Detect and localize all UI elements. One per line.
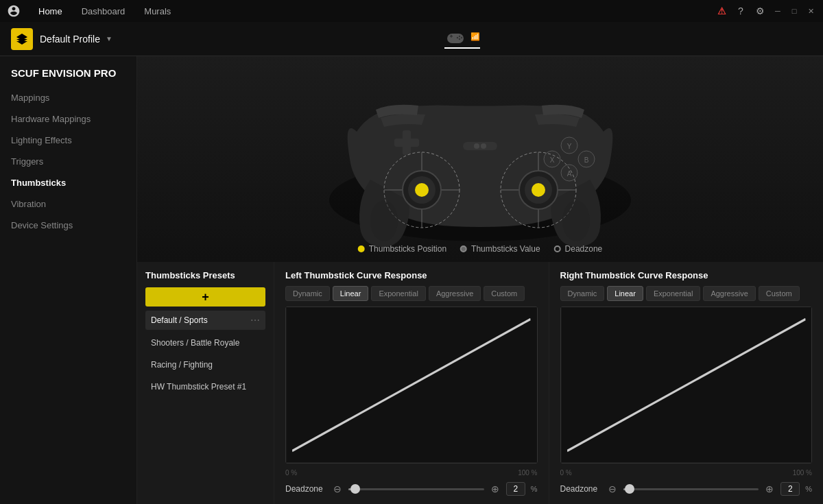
svg-point-29 xyxy=(415,183,429,197)
svg-point-6 xyxy=(459,38,460,39)
svg-text:Y: Y xyxy=(567,143,572,150)
left-curve-chart xyxy=(285,307,538,464)
maximize-button[interactable]: □ xyxy=(789,5,800,16)
presets-panel: Thumbsticks Presets + Default / Sports ⋯… xyxy=(137,262,274,504)
sidebar-item-vibration[interactable]: Vibration xyxy=(0,193,136,215)
content-area: Y B X A xyxy=(137,56,823,504)
right-curve-buttons: Dynamic Linear Exponential Aggressive Cu… xyxy=(560,286,813,301)
main-layout: SCUF ENVISION PRO Mappings Hardware Mapp… xyxy=(0,56,823,504)
legend-dot-deadzone xyxy=(554,245,561,252)
close-button[interactable]: ✕ xyxy=(805,5,816,16)
curve-panels: Left Thumbstick Curve Response Dynamic L… xyxy=(274,262,823,504)
left-deadzone-track xyxy=(348,488,484,490)
profile-icon xyxy=(11,28,33,50)
right-deadzone-value[interactable]: 2 xyxy=(780,482,800,496)
right-deadzone-row: Deadzone ⊖ ⊕ 2 % xyxy=(560,482,813,496)
svg-point-19 xyxy=(474,143,479,149)
profile-chevron-icon[interactable]: ▼ xyxy=(106,35,112,43)
right-deadzone-slider[interactable] xyxy=(623,483,759,494)
svg-point-20 xyxy=(481,143,486,149)
profile-name[interactable]: Default Profile xyxy=(40,34,100,45)
svg-point-4 xyxy=(461,36,462,38)
left-curve-btn-exponential[interactable]: Exponential xyxy=(371,286,426,301)
nav-dashboard[interactable]: Dashboard xyxy=(75,3,132,19)
help-icon[interactable]: ? xyxy=(734,4,748,18)
wifi-icon: 📶 xyxy=(470,32,480,41)
right-curve-btn-custom[interactable]: Custom xyxy=(759,286,800,301)
svg-point-34 xyxy=(562,200,590,241)
right-deadzone-label: Deadzone xyxy=(560,484,601,494)
legend-thumbsticks-position: Thumbsticks Position xyxy=(358,244,446,254)
right-curve-btn-aggressive[interactable]: Aggressive xyxy=(703,286,755,301)
left-curve-btn-linear[interactable]: Linear xyxy=(333,286,369,301)
right-axis-start: 0 % xyxy=(560,469,572,477)
titlebar-nav: Home Dashboard Murals xyxy=(32,3,178,19)
legend-thumbsticks-value: Thumbsticks Value xyxy=(460,244,540,254)
sidebar-item-device-settings[interactable]: Device Settings xyxy=(0,215,136,236)
svg-rect-18 xyxy=(463,142,497,150)
left-curve-panel: Left Thumbstick Curve Response Dynamic L… xyxy=(274,262,549,504)
sidebar-item-thumbsticks[interactable]: Thumbsticks xyxy=(0,172,136,193)
left-deadzone-slider[interactable] xyxy=(348,483,484,494)
titlebar-right: ⚠ ? ⚙ ─ □ ✕ xyxy=(715,4,816,18)
legend-label-position: Thumbsticks Position xyxy=(369,244,446,254)
legend: Thumbsticks Position Thumbsticks Value D… xyxy=(358,244,603,254)
legend-dot-position xyxy=(358,245,365,252)
svg-point-3 xyxy=(459,35,460,36)
left-curve-btn-aggressive[interactable]: Aggressive xyxy=(429,286,481,301)
sidebar: SCUF ENVISION PRO Mappings Hardware Mapp… xyxy=(0,56,137,504)
sidebar-item-hardware-mappings[interactable]: Hardware Mappings xyxy=(0,108,136,130)
sidebar-item-triggers[interactable]: Triggers xyxy=(0,151,136,172)
left-curve-btn-custom[interactable]: Custom xyxy=(484,286,525,301)
svg-rect-9 xyxy=(403,130,411,155)
svg-point-5 xyxy=(457,36,458,38)
left-axis-end: 100 % xyxy=(518,469,537,477)
svg-text:X: X xyxy=(550,156,555,164)
right-deadzone-increase-button[interactable]: ⊕ xyxy=(764,483,775,494)
left-deadzone-decrease-button[interactable]: ⊖ xyxy=(332,483,343,494)
left-deadzone-percent: % xyxy=(531,485,538,493)
left-deadzone-increase-button[interactable]: ⊕ xyxy=(490,483,501,494)
right-axis-end: 100 % xyxy=(793,469,812,477)
preset-item-2[interactable]: Racing / Fighting xyxy=(145,356,265,374)
controller-preview: Y B X A xyxy=(137,56,823,262)
left-axis-start: 0 % xyxy=(285,469,297,477)
right-axis-labels: 0 % 100 % xyxy=(560,469,813,477)
controller-tab[interactable]: 📶 xyxy=(444,29,480,49)
left-deadzone-thumb[interactable] xyxy=(350,484,360,494)
sidebar-item-mappings[interactable]: Mappings xyxy=(0,87,136,108)
legend-deadzone: Deadzone xyxy=(554,244,603,254)
left-curve-title: Left Thumbstick Curve Response xyxy=(285,270,538,280)
preset-item-0[interactable]: Default / Sports ⋯ xyxy=(145,311,265,330)
controller-icon xyxy=(444,29,466,45)
device-title: SCUF ENVISION PRO xyxy=(0,67,136,87)
left-curve-btn-dynamic[interactable]: Dynamic xyxy=(285,286,330,301)
left-deadzone-value[interactable]: 2 xyxy=(506,482,525,496)
preset-options-icon[interactable]: ⋯ xyxy=(250,315,260,326)
preset-item-3[interactable]: HW Thumbstick Preset #1 xyxy=(145,378,265,396)
right-curve-btn-dynamic[interactable]: Dynamic xyxy=(560,286,605,301)
right-deadzone-decrease-button[interactable]: ⊖ xyxy=(607,483,618,494)
controller-svg: Y B X A xyxy=(274,63,686,255)
legend-label-deadzone: Deadzone xyxy=(565,244,603,254)
sidebar-item-lighting-effects[interactable]: Lighting Effects xyxy=(0,130,136,151)
alert-icon[interactable]: ⚠ xyxy=(715,4,728,18)
presets-title: Thumbsticks Presets xyxy=(145,270,265,280)
svg-rect-2 xyxy=(451,34,452,37)
preset-item-1[interactable]: Shooters / Battle Royale xyxy=(145,334,265,352)
left-deadzone-row: Deadzone ⊖ ⊕ 2 % xyxy=(285,482,538,496)
svg-point-33 xyxy=(370,200,398,241)
right-curve-btn-linear[interactable]: Linear xyxy=(607,286,643,301)
settings-icon[interactable]: ⚙ xyxy=(753,4,767,18)
add-preset-button[interactable]: + xyxy=(145,287,265,307)
right-deadzone-track xyxy=(623,488,759,490)
right-curve-btn-exponential[interactable]: Exponential xyxy=(646,286,701,301)
minimize-button[interactable]: ─ xyxy=(772,5,783,16)
nav-murals[interactable]: Murals xyxy=(137,3,178,19)
nav-home[interactable]: Home xyxy=(32,3,69,19)
right-deadzone-thumb[interactable] xyxy=(625,484,634,494)
left-axis-labels: 0 % 100 % xyxy=(285,469,538,477)
right-curve-panel: Right Thumbstick Curve Response Dynamic … xyxy=(549,262,824,504)
corsair-logo-icon xyxy=(7,4,21,18)
right-deadzone-percent: % xyxy=(805,485,812,493)
